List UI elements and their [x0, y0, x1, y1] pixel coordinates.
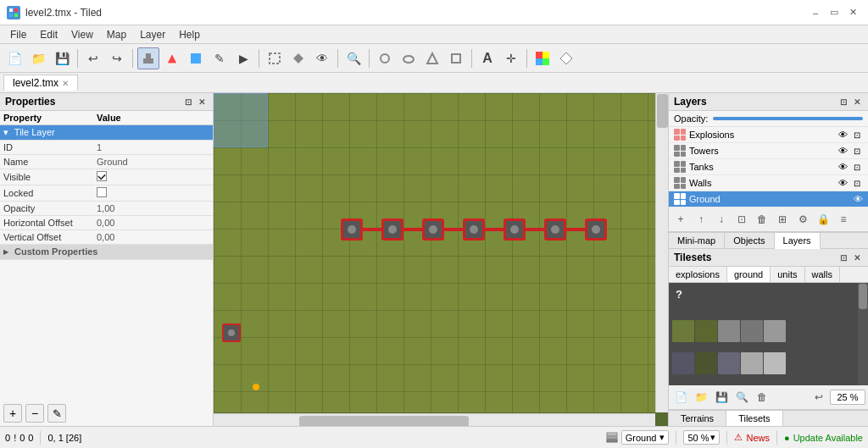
object-button[interactable]: [374, 47, 396, 69]
select-button[interactable]: ▶: [232, 47, 254, 69]
map-scrollbar-horizontal[interactable]: [214, 413, 655, 426]
zoom-tool[interactable]: 🔍: [342, 47, 364, 69]
tileset-tab-explosions[interactable]: explosions: [669, 267, 727, 282]
tab-minimap[interactable]: Mini-map: [669, 233, 725, 248]
layer-item-towers[interactable]: Towers 👁 ⊡: [669, 143, 868, 159]
status-update[interactable]: ● Update Available: [784, 433, 863, 443]
triangle-button[interactable]: [421, 47, 443, 69]
layers-float-btn[interactable]: ⊡: [837, 96, 849, 108]
undo-button[interactable]: ↩: [82, 47, 104, 69]
tilesets-close-btn[interactable]: ✕: [851, 252, 863, 263]
tileset-scrollbar[interactable]: [858, 283, 868, 385]
layers-close-btn[interactable]: ✕: [851, 96, 863, 108]
scroll-thumb-vertical[interactable]: [657, 94, 668, 128]
layer-eye-walls[interactable]: 👁: [838, 178, 848, 188]
tileset-open-btn[interactable]: 📁: [692, 388, 710, 407]
point-button[interactable]: [445, 47, 467, 69]
tileset-trash-btn[interactable]: 🗑: [753, 388, 771, 407]
zoom-display[interactable]: 50 % ▾: [683, 430, 720, 445]
close-button[interactable]: ✕: [844, 4, 861, 21]
tab-layers[interactable]: Layers: [775, 233, 821, 249]
status-layer-select[interactable]: Ground ▾: [621, 430, 670, 445]
sprite: [695, 352, 717, 374]
tileset-scroll-thumb[interactable]: [859, 284, 867, 309]
menu-map[interactable]: Map: [100, 27, 133, 42]
minimize-button[interactable]: –: [807, 4, 824, 21]
layer-grid-icon: [674, 177, 686, 189]
maximize-button[interactable]: ▭: [826, 4, 843, 21]
remove-prop-button[interactable]: −: [25, 404, 44, 423]
move-button[interactable]: ✛: [500, 47, 522, 69]
layer-item-ground[interactable]: Ground 👁: [669, 191, 868, 207]
menu-layer[interactable]: Layer: [133, 27, 172, 42]
layer-up-btn[interactable]: ↑: [692, 210, 710, 229]
file-tab[interactable]: level2.tmx ✕: [3, 75, 78, 91]
add-prop-button[interactable]: +: [3, 404, 22, 423]
properties-close-btn[interactable]: ✕: [196, 96, 208, 108]
save-button[interactable]: 💾: [51, 47, 73, 69]
svg-point-11: [381, 54, 389, 63]
layer-lock-btn[interactable]: 🔒: [814, 210, 832, 229]
layer-eye-tanks[interactable]: 👁: [838, 162, 848, 172]
ellipse-button[interactable]: [398, 47, 420, 69]
layer-add-btn[interactable]: +: [671, 210, 690, 229]
tab-terrains[interactable]: Terrains: [669, 411, 726, 426]
layer-dup-btn[interactable]: ⊡: [732, 210, 751, 229]
text-button[interactable]: A: [476, 47, 498, 69]
svg-rect-1: [14, 8, 18, 12]
layer-more-btn[interactable]: ≡: [834, 210, 853, 229]
tileset-undo-btn[interactable]: ↩: [810, 388, 828, 407]
stamp-button[interactable]: [137, 47, 159, 69]
prop-id: ID 1: [0, 141, 213, 155]
tilesets-float-btn[interactable]: ⊡: [837, 252, 849, 263]
eraser-button[interactable]: ✎: [209, 47, 231, 69]
tileset-tab-ground[interactable]: ground: [727, 267, 771, 282]
layer-eye-towers[interactable]: 👁: [838, 146, 848, 156]
new-button[interactable]: 📄: [3, 47, 25, 69]
fill-button[interactable]: [185, 47, 207, 69]
properties-float-btn[interactable]: ⊡: [182, 96, 194, 108]
color-button[interactable]: [531, 47, 554, 69]
layer-item-tanks[interactable]: Tanks 👁 ⊡: [669, 159, 868, 175]
menu-edit[interactable]: Edit: [33, 27, 64, 42]
map-canvas: [214, 93, 655, 412]
layer-del-btn[interactable]: 🗑: [753, 210, 771, 229]
opacity-slider[interactable]: [713, 117, 863, 120]
redo-button[interactable]: ↪: [106, 47, 128, 69]
layer-eye-explosions[interactable]: 👁: [838, 130, 848, 140]
layer-down-btn[interactable]: ↓: [712, 210, 731, 229]
layer-merge-btn[interactable]: ⊞: [773, 210, 792, 229]
layer-item-explosions[interactable]: Explosions 👁 ⊡: [669, 127, 868, 143]
open-button[interactable]: 📁: [27, 47, 49, 69]
menu-view[interactable]: View: [64, 27, 100, 42]
tab-objects[interactable]: Objects: [725, 233, 774, 248]
menu-help[interactable]: Help: [172, 27, 207, 42]
eye-button[interactable]: 👁: [311, 47, 333, 69]
tab-tilesets[interactable]: Tilesets: [726, 411, 783, 426]
tab-close-button[interactable]: ✕: [62, 79, 69, 88]
layer-props-btn[interactable]: ⚙: [793, 210, 812, 229]
layer-item-walls[interactable]: Walls 👁 ⊡: [669, 175, 868, 191]
edit-button[interactable]: [287, 47, 309, 69]
tileset-new-btn[interactable]: 📄: [671, 388, 690, 407]
map-area[interactable]: [214, 93, 668, 426]
white-button[interactable]: [555, 47, 577, 69]
tileset-zoom-input[interactable]: [830, 390, 865, 405]
scroll-thumb-horizontal[interactable]: [299, 416, 469, 426]
tile-layer-label: Tile Layer: [14, 127, 55, 137]
tileset-tab-units[interactable]: units: [771, 267, 804, 282]
map-scrollbar-vertical[interactable]: [655, 93, 668, 412]
prop-locked-value[interactable]: [93, 185, 213, 202]
svg-rect-16: [542, 52, 549, 58]
edit-prop-button[interactable]: ✎: [47, 404, 66, 423]
tileset-search-btn[interactable]: 🔍: [732, 388, 751, 407]
tileset-tab-walls[interactable]: walls: [805, 267, 840, 282]
rect-select-button[interactable]: [264, 47, 286, 69]
sprite: [672, 320, 694, 342]
menu-file[interactable]: File: [3, 27, 33, 42]
layer-eye-ground[interactable]: 👁: [854, 194, 863, 204]
tileset-save-btn[interactable]: 💾: [712, 388, 731, 407]
terrain-button[interactable]: [161, 47, 183, 69]
status-news[interactable]: ⚠ News: [734, 432, 770, 443]
prop-visible-value[interactable]: [93, 169, 213, 185]
